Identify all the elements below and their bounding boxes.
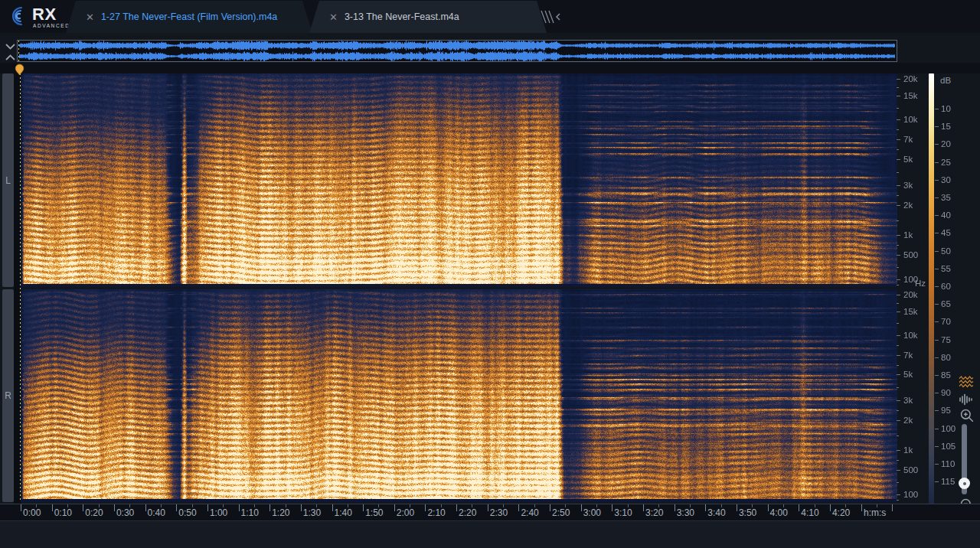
playhead-track[interactable] [0, 63, 980, 73]
freq-tick [897, 235, 900, 236]
freq-tick-label: 20k [903, 290, 918, 299]
time-tick-minor [815, 504, 815, 507]
db-tick-label: 20 [941, 139, 951, 148]
overview-waveform-canvas[interactable] [18, 41, 897, 61]
time-tick-label: 0:40 [148, 507, 165, 518]
db-tick [935, 269, 939, 269]
time-tick [270, 504, 270, 511]
tab-file-2[interactable]: ✕ 3-13 The Never-Feast.m4a [309, 1, 547, 33]
freq-tick [897, 119, 900, 120]
freq-tick [897, 335, 900, 336]
db-tick [935, 464, 939, 465]
time-tick-minor [472, 504, 472, 507]
time-tick-minor [783, 504, 784, 507]
zoom-in-icon[interactable] [959, 408, 975, 423]
spectrogram-right-canvas[interactable] [21, 289, 897, 502]
db-tick-label: 80 [941, 353, 951, 362]
time-tick-label: 4:00 [770, 507, 788, 518]
time-tick [768, 504, 769, 511]
time-tick [332, 504, 333, 511]
time-tick-label: 2:20 [459, 507, 476, 518]
time-tick-minor [223, 504, 224, 507]
waveform-icon[interactable] [959, 392, 974, 407]
db-tick [935, 410, 939, 411]
time-tick-minor [596, 504, 597, 507]
tab-title[interactable]: 1-27 The Never-Feast (Film Version).m4a [101, 11, 277, 22]
freq-tick-minor [897, 195, 899, 196]
freq-tick [897, 420, 900, 421]
db-tick-label: 85 [941, 370, 951, 380]
spectrogram-icon[interactable] [959, 374, 974, 390]
time-tick-minor [378, 504, 379, 507]
time-tick-minor [690, 504, 691, 507]
tab-file-1[interactable]: ✕ 1-27 The Never-Feast (Film Version).m4… [66, 1, 312, 33]
time-tick [705, 504, 706, 511]
freq-tick-minor [897, 435, 899, 436]
tab-overflow-icon[interactable] [538, 9, 566, 24]
time-tick [861, 504, 862, 511]
overview-waveform-panel[interactable] [17, 40, 897, 62]
close-icon[interactable]: ✕ [86, 12, 94, 22]
db-tick-label: 40 [941, 210, 951, 220]
db-tick-label: 90 [941, 388, 951, 397]
db-tick [935, 233, 939, 233]
close-icon[interactable]: ✕ [329, 12, 338, 22]
freq-tick-minor [897, 303, 899, 304]
time-tick-minor [534, 504, 535, 507]
freq-tick [897, 255, 900, 256]
time-tick-minor [565, 504, 566, 507]
freq-tick-minor [897, 482, 899, 483]
db-colorbar [929, 73, 934, 507]
time-tick [176, 504, 177, 511]
db-tick [935, 446, 939, 447]
time-tick [581, 504, 582, 511]
time-tick [83, 504, 83, 511]
time-tick [892, 504, 893, 511]
playhead-line[interactable] [20, 73, 21, 502]
time-tick-label: 0:20 [85, 507, 103, 518]
time-tick-label: 4:20 [832, 507, 850, 518]
freq-tick-label: 1k [903, 230, 913, 240]
freq-tick-label: 7k [903, 135, 913, 144]
time-tick-label: 0:30 [116, 507, 134, 518]
logo-text: RX [32, 5, 57, 24]
time-tick-minor [254, 504, 255, 507]
channel-strip-right[interactable]: R [2, 289, 14, 502]
rx-window: RX ADVANCED ✕ 1-27 The Never-Feast (Film… [0, 0, 980, 548]
time-ruler[interactable]: 0:000:100:200:300:400:501:001:101:201:30… [0, 504, 980, 520]
channel-strip-left[interactable]: L [2, 73, 14, 287]
freq-tick-label: 20k [903, 74, 918, 83]
db-tick-label: 50 [941, 246, 951, 256]
time-tick-label: 1:50 [365, 507, 383, 518]
time-tick-label: 0:00 [23, 507, 41, 518]
time-tick-label: 3:30 [677, 507, 694, 518]
vertical-zoom-knob[interactable] [959, 478, 970, 489]
freq-tick-minor [897, 220, 899, 221]
spectrogram-left-canvas[interactable] [21, 73, 897, 287]
time-tick-label: 0:10 [54, 507, 72, 518]
time-tick-minor [845, 504, 846, 507]
tab-title[interactable]: 3-13 The Never-Feast.m4a [345, 11, 459, 22]
collapse-chevrons-icon[interactable] [4, 42, 17, 62]
time-tick-minor [192, 504, 193, 507]
time-tick-label: 3:20 [645, 507, 663, 518]
freq-unit-label: Hz [915, 279, 926, 288]
time-tick-minor [752, 504, 753, 507]
freq-tick-minor [897, 500, 899, 501]
db-tick-label: 110 [941, 459, 955, 468]
time-tick [799, 504, 799, 511]
playhead-pin-icon[interactable] [14, 64, 25, 76]
time-tick [550, 504, 550, 511]
time-tick [207, 504, 208, 511]
db-tick [935, 481, 939, 482]
time-tick [425, 504, 426, 511]
freq-tick-minor [897, 345, 899, 346]
time-tick [612, 504, 612, 511]
time-tick [239, 504, 240, 511]
time-tick [737, 504, 737, 511]
freq-tick-label: 1k [903, 445, 913, 455]
freq-tick-label: 15k [903, 91, 918, 100]
time-tick-label: 1:20 [272, 507, 289, 518]
db-tick-label: 55 [941, 264, 951, 273]
time-tick-label: 3:40 [707, 507, 725, 518]
